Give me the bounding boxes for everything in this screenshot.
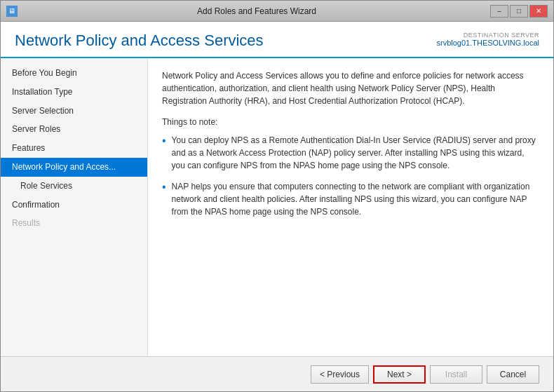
sidebar-item-results: Results xyxy=(1,214,147,233)
window-title: Add Roles and Features Wizard xyxy=(23,6,490,16)
things-to-note-label: Things to note: xyxy=(162,117,539,127)
sidebar-item-server-roles[interactable]: Server Roles xyxy=(1,120,147,139)
sidebar-item-network-policy[interactable]: Network Policy and Acces... xyxy=(1,158,147,177)
page-title: Network Policy and Access Services xyxy=(15,32,264,50)
install-button[interactable]: Install xyxy=(430,365,482,384)
sidebar-item-features[interactable]: Features xyxy=(1,139,147,158)
maximize-button[interactable]: □ xyxy=(510,5,528,18)
sidebar-item-server-selection[interactable]: Server Selection xyxy=(1,102,147,121)
sidebar-item-installation-type[interactable]: Installation Type xyxy=(1,83,147,102)
previous-button[interactable]: < Previous xyxy=(311,365,369,384)
page-header: Network Policy and Access Services DESTI… xyxy=(1,22,553,58)
next-button[interactable]: Next > xyxy=(373,365,426,384)
window-controls: – □ ✕ xyxy=(490,5,548,18)
destination-label: DESTINATION SERVER xyxy=(436,32,539,39)
content-panel: Network Policy and Access Services allow… xyxy=(148,58,553,356)
server-name: srvblog01.THESOLVING.local xyxy=(436,39,539,47)
sidebar: Before You BeginInstallation TypeServer … xyxy=(1,58,148,356)
content-description: Network Policy and Access Services allow… xyxy=(162,69,539,107)
cancel-button[interactable]: Cancel xyxy=(487,365,539,384)
footer: < Previous Next > Install Cancel xyxy=(1,356,553,391)
bullet-item-1: NAP helps you ensure that computers conn… xyxy=(162,180,539,218)
destination-server-info: DESTINATION SERVER srvblog01.THESOLVING.… xyxy=(436,32,539,47)
bullet-item-0: You can deploy NPS as a Remote Authentic… xyxy=(162,134,539,172)
sidebar-item-before-you-begin[interactable]: Before You Begin xyxy=(1,64,147,83)
main-area: Before You BeginInstallation TypeServer … xyxy=(1,58,553,356)
window-icon: 🖥 xyxy=(6,6,18,17)
bullet-list: You can deploy NPS as a Remote Authentic… xyxy=(162,134,539,218)
wizard-window: 🖥 Add Roles and Features Wizard – □ ✕ Ne… xyxy=(0,0,554,392)
minimize-button[interactable]: – xyxy=(490,5,508,18)
sidebar-item-confirmation[interactable]: Confirmation xyxy=(1,196,147,215)
close-button[interactable]: ✕ xyxy=(529,5,548,18)
sidebar-item-role-services[interactable]: Role Services xyxy=(1,177,147,196)
title-bar: 🖥 Add Roles and Features Wizard – □ ✕ xyxy=(1,1,553,22)
